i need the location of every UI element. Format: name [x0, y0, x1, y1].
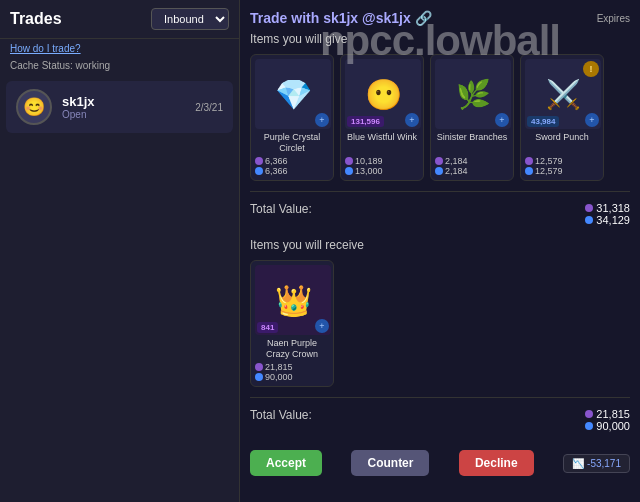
item-name: Naen Purple Crazy Crown — [255, 338, 329, 360]
item-badge-wink: 131,596 — [347, 116, 384, 127]
item-values: 2,184 2,184 — [435, 156, 509, 176]
item-warn-icon: ! — [583, 61, 599, 77]
receive-total-row: Total Value: 21,815 90,000 — [250, 404, 630, 436]
cache-status: Cache Status: working — [0, 58, 239, 77]
right-header: Trade with sk1jx @sk1jx 🔗 Expires — [250, 10, 630, 26]
item-image-crown: 👑 841 + — [255, 265, 331, 335]
item-values: 6,366 6,366 — [255, 156, 329, 176]
give-total-label: Total Value: — [250, 202, 312, 216]
item-name: Blue Wistful Wink — [345, 132, 419, 154]
val-row-blue: 90,000 — [255, 372, 329, 382]
receive-total-values: 21,815 90,000 — [585, 408, 630, 432]
give-section-title: Items you will give — [250, 32, 630, 46]
item-values: 10,189 13,000 — [345, 156, 419, 176]
item-image-branch: 🌿 + — [435, 59, 511, 129]
trade-partner: sk1jx @sk1jx — [323, 10, 411, 26]
item-plus-icon: + — [315, 113, 329, 127]
item-name: Sinister Branches — [435, 132, 509, 154]
blue-dot — [255, 167, 263, 175]
item-values: 21,815 90,000 — [255, 362, 329, 382]
divider-receive — [250, 397, 630, 398]
inbound-dropdown[interactable]: Inbound — [151, 8, 229, 30]
purple-dot — [255, 157, 263, 165]
val-row-purple: 12,579 — [525, 156, 599, 166]
decline-button[interactable]: Decline — [459, 450, 534, 476]
how-to-trade-link[interactable]: How do I trade? — [0, 39, 239, 58]
item-image-sword: ⚔️ 43,984 ! + — [525, 59, 601, 129]
receive-total-label: Total Value: — [250, 408, 312, 422]
item-card-naen-crown[interactable]: 👑 841 + Naen Purple Crazy Crown 21,815 9… — [250, 260, 334, 387]
val-row-purple: 21,815 — [255, 362, 329, 372]
receive-section: Items you will receive 👑 841 + Naen Purp… — [250, 238, 630, 482]
sword-art: ⚔️ — [546, 78, 581, 111]
item-plus-icon: + — [405, 113, 419, 127]
purple-dot — [255, 363, 263, 371]
accept-button[interactable]: Accept — [250, 450, 322, 476]
val-row-purple: 10,189 — [345, 156, 419, 166]
receive-items-grid: 👑 841 + Naen Purple Crazy Crown 21,815 9… — [250, 260, 630, 387]
blue-dot — [435, 167, 443, 175]
give-total-row: Total Value: 31,318 34,129 — [250, 198, 630, 230]
profit-badge: 📉 -53,171 — [563, 454, 630, 473]
purple-dot — [525, 157, 533, 165]
receive-section-title: Items you will receive — [250, 238, 630, 252]
item-badge-sword: 43,984 — [527, 116, 559, 127]
blue-dot — [345, 167, 353, 175]
blue-dot — [585, 422, 593, 430]
face-art: 😶 — [365, 77, 402, 112]
item-card-blue-wistful-wink[interactable]: 😶 131,596 + Blue Wistful Wink 10,189 13,… — [340, 54, 424, 181]
trade-status: Open — [62, 109, 195, 120]
item-plus-icon: + — [585, 113, 599, 127]
profit-value: -53,171 — [587, 458, 621, 469]
crown-art: 👑 — [275, 283, 312, 318]
left-panel: Trades Inbound How do I trade? Cache Sta… — [0, 0, 240, 502]
val-row-purple: 2,184 — [435, 156, 509, 166]
divider-give — [250, 191, 630, 192]
val-row-blue: 12,579 — [525, 166, 599, 176]
give-total-values: 31,318 34,129 — [585, 202, 630, 226]
item-badge-crown: 841 — [257, 322, 278, 333]
item-name: Purple Crystal Circlet — [255, 132, 329, 154]
purple-dot — [585, 410, 593, 418]
purple-dot — [435, 157, 443, 165]
item-image-purple-crystal: 💎 + — [255, 59, 331, 129]
branch-art: 🌿 — [456, 78, 491, 111]
give-total-purple: 31,318 — [585, 202, 630, 214]
item-name: Sword Punch — [525, 132, 599, 154]
trade-with-title: Trade with sk1jx @sk1jx 🔗 — [250, 10, 432, 26]
receive-total-blue: 90,000 — [585, 420, 630, 432]
give-total-blue: 34,129 — [585, 214, 630, 226]
trades-title: Trades — [10, 10, 62, 28]
item-card-purple-crystal-circlet[interactable]: 💎 + Purple Crystal Circlet 6,366 6,366 — [250, 54, 334, 181]
right-panel: Trade with sk1jx @sk1jx 🔗 Expires Items … — [240, 0, 640, 502]
trade-info: sk1jx Open — [62, 94, 195, 120]
avatar: 😊 — [16, 89, 52, 125]
purple-dot — [345, 157, 353, 165]
crystal-art: 💎 — [275, 77, 312, 112]
trade-username: sk1jx — [62, 94, 195, 109]
expires-label: Expires — [597, 13, 630, 24]
blue-dot — [585, 216, 593, 224]
profit-icon: 📉 — [572, 458, 584, 469]
item-plus-icon: + — [495, 113, 509, 127]
give-items-grid: 💎 + Purple Crystal Circlet 6,366 6,366 😶… — [250, 54, 630, 181]
blue-dot — [525, 167, 533, 175]
item-image-wink: 😶 131,596 + — [345, 59, 421, 129]
item-card-sinister-branches[interactable]: 🌿 + Sinister Branches 2,184 2,184 — [430, 54, 514, 181]
purple-dot — [585, 204, 593, 212]
item-card-sword-punch[interactable]: ⚔️ 43,984 ! + Sword Punch 12,579 12,579 — [520, 54, 604, 181]
blue-dot — [255, 373, 263, 381]
link-icon: 🔗 — [415, 10, 432, 26]
actions-row: Accept Counter Decline 📉 -53,171 — [250, 444, 630, 482]
val-row-purple: 6,366 — [255, 156, 329, 166]
trade-list-item[interactable]: 😊 sk1jx Open 2/3/21 — [6, 81, 233, 133]
val-row-blue: 13,000 — [345, 166, 419, 176]
item-plus-icon: + — [315, 319, 329, 333]
val-row-blue: 6,366 — [255, 166, 329, 176]
receive-total-purple: 21,815 — [585, 408, 630, 420]
trade-time: 2/3/21 — [195, 102, 223, 113]
item-values: 12,579 12,579 — [525, 156, 599, 176]
val-row-blue: 2,184 — [435, 166, 509, 176]
left-panel-header: Trades Inbound — [0, 0, 239, 39]
counter-button[interactable]: Counter — [351, 450, 429, 476]
